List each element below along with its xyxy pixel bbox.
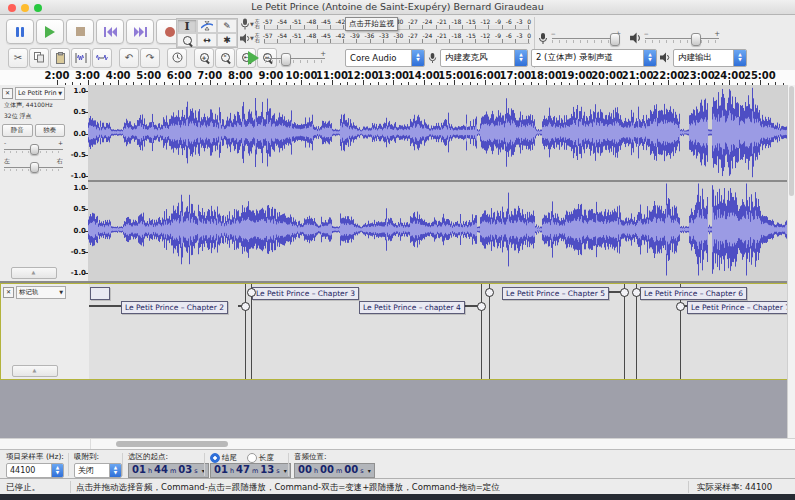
db-label: -21 (437, 18, 447, 25)
time-unit: s (276, 467, 279, 475)
label-drag-handle[interactable] (620, 288, 629, 297)
audio-host-select[interactable]: Core Audio ▲▼ (345, 49, 425, 67)
timeline-ruler[interactable]: 2:003:004:005:006:007:008:009:0010:0011:… (0, 70, 795, 86)
cut-button[interactable]: ✂ (8, 48, 28, 68)
chapter-label[interactable]: Le Petit Prince – Chapter 3 (252, 287, 359, 300)
skip-to-start-button[interactable] (96, 19, 124, 44)
zoom-in-button[interactable]: + (194, 48, 214, 68)
label-track-content[interactable]: Le Petit Prince – Chapter 2Le Petit Prin… (89, 284, 789, 379)
label-boundary-line[interactable] (624, 284, 625, 379)
chapter-label[interactable]: Le Petit Prince – Chapter 2 (121, 301, 228, 314)
paste-button[interactable] (50, 48, 70, 68)
close-track-button[interactable]: ✕ (3, 287, 14, 298)
time-format-dropdown-icon[interactable]: ▾ (368, 467, 371, 474)
sync-lock-button[interactable] (167, 48, 187, 68)
label-drag-handle[interactable] (247, 288, 256, 297)
track-name-menu[interactable]: 标记轨▼ (16, 286, 66, 299)
selection-length-radio[interactable]: 长度 (247, 453, 274, 463)
playback-device-select[interactable]: 内建输出 ▲▼ (673, 49, 747, 67)
copy-button[interactable] (29, 48, 49, 68)
horizontal-scrollbar-thumb[interactable] (116, 441, 228, 447)
label-drag-handle[interactable] (241, 302, 250, 311)
label-drag-handle[interactable] (485, 288, 494, 297)
label-boundary-line[interactable] (245, 284, 246, 379)
zoom-tool-button[interactable] (177, 33, 197, 47)
audio-position-time[interactable]: 00h00m00s▾ (294, 463, 375, 478)
trim-outside-selection-button[interactable] (71, 48, 91, 68)
chapter-label[interactable]: Le Petit Prince – Chapter 7 (687, 301, 789, 314)
silence-selection-button[interactable] (92, 48, 112, 68)
vertical-scrollbar[interactable] (787, 85, 795, 438)
draw-tool-button[interactable]: ✎ (217, 19, 237, 33)
label-drag-handle[interactable] (632, 288, 641, 297)
label-drag-handle[interactable] (676, 302, 685, 311)
playback-volume-slider[interactable]: ‒+ (645, 31, 719, 45)
waveform-area[interactable] (88, 85, 787, 281)
play-button[interactable] (36, 19, 64, 44)
gain-minus-label: - (4, 139, 6, 146)
recording-volume-slider[interactable]: ‒+ (552, 31, 620, 45)
label-boundary-line[interactable] (481, 284, 482, 379)
chapter-label[interactable]: Le Petit Prince – Chapter 5 (502, 287, 609, 300)
pause-button[interactable] (6, 19, 34, 44)
skip-to-end-button[interactable] (126, 19, 154, 44)
gain-slider[interactable]: - + (4, 139, 63, 155)
audio-host-value: Core Audio (346, 53, 411, 63)
time-digits: 01 (132, 464, 146, 475)
recording-volume-thumb[interactable] (610, 33, 620, 46)
label-boundary-line[interactable] (636, 284, 637, 379)
track-name-menu[interactable]: Le Petit Prin▼ (15, 87, 65, 100)
stepper-icon: ▲▼ (109, 464, 121, 477)
chapter-label[interactable]: Le Petit Prince – chapter 4 (359, 301, 465, 314)
collapse-track-button[interactable]: ▲ (11, 267, 57, 279)
speaker-icon (660, 52, 670, 63)
playback-volume-thumb[interactable] (691, 33, 701, 46)
chapter-label[interactable] (90, 287, 110, 300)
waveform-channel[interactable] (88, 85, 787, 180)
actual-rate: 实际采样率: 44100 (697, 482, 772, 494)
selection-end-time[interactable]: 01h47m13s▾ (210, 463, 291, 478)
mute-button[interactable]: 静音 (2, 124, 33, 137)
meter-dropdown-arrow[interactable]: ▼ (250, 22, 254, 26)
time-digits: 03 (178, 464, 192, 475)
snap-to-select[interactable]: 关闭 ▲▼ (74, 463, 122, 478)
zoom-out-button[interactable]: - (215, 48, 235, 68)
chapter-label[interactable]: Le Petit Prince – Chapter 6 (640, 287, 747, 300)
playback-meter[interactable]: ▼ 左右 -57-54-51-48-45-42-39-36-33-30-27-2… (240, 31, 532, 45)
redo-button[interactable]: ↷ (140, 48, 160, 68)
time-unit: m (252, 467, 258, 475)
selection-tool-button[interactable]: I (177, 19, 197, 33)
play-speed-thumb[interactable] (281, 53, 291, 66)
collapse-track-button[interactable]: ▲ (12, 365, 58, 377)
scale-label: -1.0 (71, 269, 86, 277)
envelope-tool-button[interactable] (197, 19, 217, 33)
label-drag-handle[interactable] (477, 302, 486, 311)
time-format-dropdown-icon[interactable]: ▾ (284, 467, 287, 474)
recording-channels-select[interactable]: 2 (立体声) 录制声道 ▲▼ (531, 49, 657, 67)
timeshift-tool-button[interactable]: ↔ (197, 33, 217, 47)
meter-dropdown-arrow[interactable]: ▼ (250, 36, 254, 40)
label-boundary-line[interactable] (489, 284, 490, 379)
pan-thumb[interactable] (30, 162, 39, 173)
project-rate-select[interactable]: 44100 ▲▼ (6, 463, 64, 478)
play-speed-slider[interactable]: ‒+ (265, 51, 325, 65)
waveform-channel[interactable] (88, 182, 787, 277)
stop-button[interactable] (66, 19, 94, 44)
pan-slider[interactable]: 左 右 (4, 157, 63, 173)
db-label: -51 (292, 18, 302, 25)
gain-thumb[interactable] (30, 144, 39, 155)
toolbar-dock: I ✎ ↔ ✱ ▼ 左右 -57-54-51-48-45-42-39-36-33… (0, 15, 795, 71)
vertical-scrollbar-thumb[interactable] (789, 86, 794, 196)
status-hint: 点击并拖动选择音频，Command-点击=跟随播放，Command-双击=变速+… (76, 482, 500, 494)
recording-device-select[interactable]: 内建麦克风 ▲▼ (440, 49, 528, 67)
selection-end-radio[interactable]: 结尾 (210, 453, 237, 463)
undo-button[interactable]: ↶ (119, 48, 139, 68)
selection-start-time[interactable]: 01h44m03s▾ (128, 463, 209, 478)
play-at-speed-icon[interactable] (248, 51, 259, 65)
redo-icon: ↷ (146, 52, 154, 63)
close-track-button[interactable]: ✕ (2, 88, 13, 99)
multi-tool-button[interactable]: ✱ (217, 33, 237, 47)
solo-button[interactable]: 独奏 (35, 124, 66, 137)
channel-scale: 1.00.50.0-0.5-1.0 (67, 183, 88, 278)
play-at-speed-toolbar: ‒+ (248, 48, 325, 67)
